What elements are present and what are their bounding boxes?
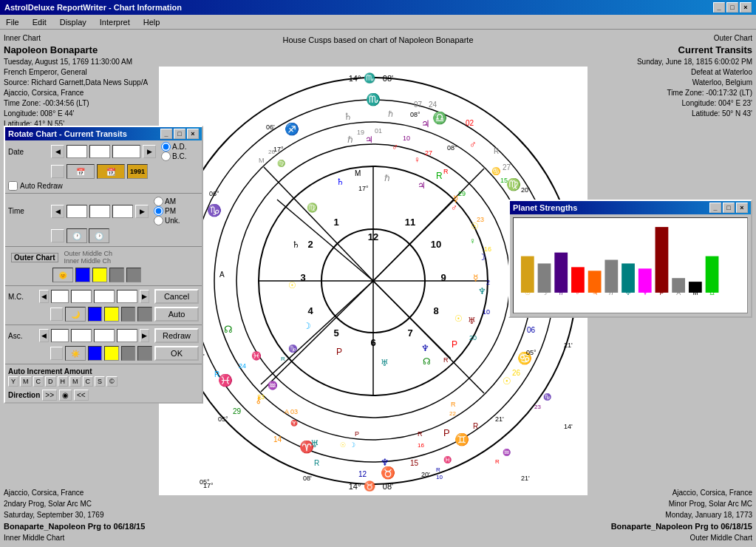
menu-help[interactable]: Help bbox=[140, 17, 163, 27]
svg-text:24: 24 bbox=[429, 101, 437, 109]
svg-text:R: R bbox=[314, 459, 319, 467]
inc-d-btn[interactable]: D bbox=[45, 376, 56, 387]
mc-sec-input[interactable]: 45 bbox=[117, 290, 137, 303]
planet-close-btn[interactable]: × bbox=[736, 203, 748, 213]
ok-btn[interactable]: OK bbox=[154, 346, 199, 361]
clock2-icon[interactable]: 🕑 bbox=[89, 228, 109, 243]
mc-blue[interactable] bbox=[88, 307, 103, 322]
asc-yellow[interactable] bbox=[104, 346, 119, 361]
mc-gray[interactable] bbox=[121, 307, 136, 322]
svg-text:☽: ☽ bbox=[542, 289, 548, 296]
dir-backward-btn[interactable]: << bbox=[74, 390, 89, 401]
svg-text:♒: ♒ bbox=[268, 380, 278, 390]
asc-sign-input[interactable]: ♐ bbox=[51, 329, 69, 342]
asc-deg-input[interactable]: 01 bbox=[71, 329, 92, 342]
menu-display[interactable]: Display bbox=[57, 17, 89, 27]
svg-text:☊: ☊ bbox=[224, 324, 233, 335]
sec-input[interactable]: 02 bbox=[112, 205, 133, 218]
inc-y-btn[interactable]: Y bbox=[8, 376, 18, 387]
mc-deg-input[interactable]: 25 bbox=[71, 290, 92, 303]
mc-min-input[interactable]: 44 bbox=[94, 290, 115, 303]
maximize-button[interactable]: □ bbox=[726, 2, 738, 13]
dir-pause-btn[interactable]: ◉ bbox=[59, 390, 72, 401]
yellow-square[interactable] bbox=[92, 268, 107, 282]
month-input[interactable]: 06 bbox=[67, 145, 87, 158]
rotate-close-btn[interactable]: × bbox=[187, 129, 199, 139]
mc-icon1[interactable]: 🌙 bbox=[65, 307, 85, 322]
mc-next-btn[interactable]: ▶ bbox=[140, 290, 149, 303]
min-input[interactable]: 00 bbox=[89, 205, 110, 218]
outer-middle-label: Outer Middle Ch bbox=[64, 250, 113, 257]
planet-minimize-btn[interactable]: _ bbox=[709, 203, 721, 213]
inc-s-btn[interactable]: S bbox=[95, 376, 105, 387]
dir-forward-btn[interactable]: >> bbox=[42, 390, 57, 401]
svg-text:06: 06 bbox=[527, 326, 536, 334]
asc-min-input[interactable]: 10 bbox=[94, 329, 115, 342]
svg-text:R: R bbox=[436, 466, 440, 473]
calendar2-icon-box[interactable]: 📆 bbox=[97, 164, 125, 179]
svg-text:R: R bbox=[443, 168, 449, 175]
svg-text:05°: 05° bbox=[218, 415, 228, 423]
planet-maximize-btn[interactable]: □ bbox=[723, 203, 735, 213]
am-radio[interactable] bbox=[154, 197, 163, 206]
clock-icons-row: 🕐 🕑 bbox=[5, 227, 202, 245]
pm-radio[interactable] bbox=[154, 206, 163, 216]
date-prev-btn[interactable]: ◀ bbox=[51, 145, 64, 158]
inc-cc-btn[interactable]: C bbox=[83, 376, 94, 387]
mc-prev-btn[interactable]: ◀ bbox=[39, 290, 49, 303]
rotate-panel-title-text: Rotate Chart - Current Transits bbox=[8, 129, 127, 138]
menu-interpret[interactable]: Interpret bbox=[97, 17, 133, 27]
close-button[interactable]: × bbox=[740, 2, 752, 13]
inc-h-btn[interactable]: H bbox=[58, 376, 69, 387]
time-next-btn[interactable]: ▶ bbox=[135, 205, 149, 218]
asc-gray[interactable] bbox=[121, 346, 136, 361]
menu-file[interactable]: File bbox=[3, 17, 22, 27]
redraw-btn[interactable]: Redraw bbox=[154, 328, 199, 343]
date-next-btn[interactable]: ▶ bbox=[143, 145, 156, 158]
rotate-maximize-btn[interactable]: □ bbox=[174, 129, 185, 139]
mc-sign-input[interactable]: ♏ bbox=[51, 290, 69, 303]
day-input[interactable]: 18 bbox=[89, 145, 110, 158]
inc-m-btn[interactable]: M bbox=[20, 376, 32, 387]
asc-gray2[interactable] bbox=[137, 346, 152, 361]
mc-yellow[interactable] bbox=[104, 307, 119, 322]
asc-next-btn[interactable]: ▶ bbox=[140, 329, 149, 342]
outer-chart-event: Defeat at Waterloo bbox=[605, 67, 752, 78]
auto-btn[interactable]: Auto bbox=[154, 307, 199, 322]
auto-redraw-checkbox[interactable] bbox=[8, 181, 18, 191]
svg-text:R: R bbox=[214, 370, 219, 378]
ad-radio[interactable] bbox=[161, 142, 171, 152]
time-label: Time bbox=[8, 207, 49, 215]
gray-square2[interactable] bbox=[126, 268, 141, 282]
mc-gray2[interactable] bbox=[137, 307, 152, 322]
asc-blue[interactable] bbox=[88, 346, 103, 361]
bc-radio[interactable] bbox=[161, 152, 171, 161]
svg-text:21': 21' bbox=[495, 415, 504, 423]
inc-copy-btn[interactable]: © bbox=[106, 376, 118, 387]
svg-text:R: R bbox=[473, 422, 478, 430]
svg-text:26: 26 bbox=[512, 369, 521, 377]
sun-icon-box[interactable]: 🌞 bbox=[52, 268, 73, 282]
blue-dot[interactable] bbox=[75, 268, 90, 282]
hour-input[interactable]: 06 bbox=[67, 205, 87, 218]
minimize-button[interactable]: _ bbox=[713, 2, 725, 13]
svg-text:12: 12 bbox=[368, 231, 378, 242]
asc-prev-btn[interactable]: ◀ bbox=[39, 329, 49, 342]
gray-square[interactable] bbox=[109, 268, 124, 282]
unk-radio[interactable] bbox=[154, 216, 163, 225]
clock1-icon[interactable]: 🕐 bbox=[67, 228, 87, 243]
year-input[interactable]: 1815 bbox=[112, 145, 140, 158]
svg-text:♐: ♐ bbox=[285, 122, 299, 136]
rotate-minimize-btn[interactable]: _ bbox=[160, 129, 172, 139]
inc-c-btn[interactable]: C bbox=[33, 376, 44, 387]
asc-sec-input[interactable]: 07 bbox=[117, 329, 137, 342]
menu-edit[interactable]: Edit bbox=[30, 17, 50, 27]
bottom-right-line5: Outer Middle Chart bbox=[611, 532, 752, 543]
calendar-icon-box[interactable]: 📅 bbox=[67, 164, 95, 179]
time-prev-btn[interactable]: ◀ bbox=[51, 205, 64, 218]
svg-text:22: 22 bbox=[449, 410, 456, 417]
svg-text:27: 27 bbox=[503, 163, 511, 171]
inc-mc-btn[interactable]: M bbox=[69, 376, 81, 387]
cancel-btn[interactable]: Cancel bbox=[154, 289, 199, 304]
asc-icon1[interactable]: ☀️ bbox=[65, 346, 85, 361]
